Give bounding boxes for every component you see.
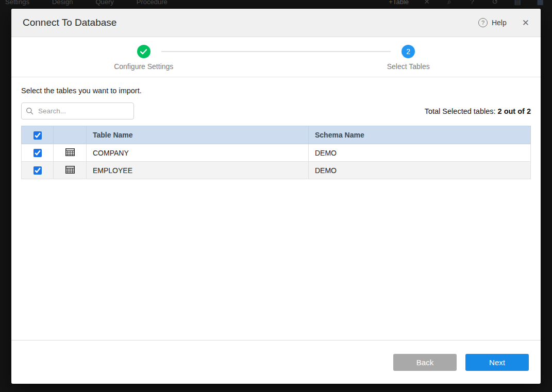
modal-footer: Back Next xyxy=(11,340,541,384)
check-icon xyxy=(140,49,147,55)
modal-title: Connect To Database xyxy=(23,17,116,28)
schema-name-cell: DEMO xyxy=(309,144,531,162)
step-label: Configure Settings xyxy=(114,62,173,71)
row-checkbox[interactable] xyxy=(34,149,42,157)
help-label: Help xyxy=(492,19,507,27)
step-label: Select Tables xyxy=(387,62,430,71)
search-input[interactable] xyxy=(21,103,134,120)
selected-tables-summary: Total Selected tables:2 out of 2 xyxy=(425,107,531,115)
table-search xyxy=(21,103,134,120)
table-icon xyxy=(54,162,87,179)
step-select-tables: 2 Select Tables xyxy=(276,37,541,77)
modal-body: Select the tables you want to import. To… xyxy=(11,77,541,340)
tables-list: Table Name Schema Name xyxy=(21,126,531,179)
schema-name-cell: DEMO xyxy=(309,162,531,179)
step-number-badge: 2 xyxy=(402,45,415,58)
select-all-cell xyxy=(22,126,54,144)
step-complete-icon xyxy=(137,45,150,58)
modal-header: Connect To Database ? Help ✕ xyxy=(11,9,541,37)
wizard-stepper: Configure Settings 2 Select Tables xyxy=(11,37,541,77)
row-checkbox[interactable] xyxy=(34,166,42,175)
summary-label: Total Selected tables: xyxy=(425,107,496,115)
stepper-connector xyxy=(161,51,391,52)
back-button[interactable]: Back xyxy=(393,354,457,371)
select-all-checkbox[interactable] xyxy=(34,131,42,140)
schema-name-header: Schema Name xyxy=(309,126,531,144)
table-row[interactable]: EMPLOYEE DEMO xyxy=(22,162,531,179)
table-name-header: Table Name xyxy=(87,126,309,144)
step-configure-settings: Configure Settings xyxy=(11,37,276,77)
next-button[interactable]: Next xyxy=(465,354,529,371)
table-name-cell: COMPANY xyxy=(87,144,309,162)
table-icon xyxy=(54,144,87,162)
help-button[interactable]: ? Help xyxy=(478,18,507,27)
icon-column-header xyxy=(54,126,87,144)
connect-database-modal: Connect To Database ? Help ✕ Configure S… xyxy=(11,9,541,384)
table-header-row: Table Name Schema Name xyxy=(22,126,531,144)
instruction-text: Select the tables you want to import. xyxy=(21,87,531,95)
table-row[interactable]: COMPANY DEMO xyxy=(22,144,531,162)
table-name-cell: EMPLOYEE xyxy=(87,162,309,179)
close-icon[interactable]: ✕ xyxy=(522,19,529,27)
help-icon: ? xyxy=(478,18,488,27)
summary-value: 2 out of 2 xyxy=(498,107,531,115)
